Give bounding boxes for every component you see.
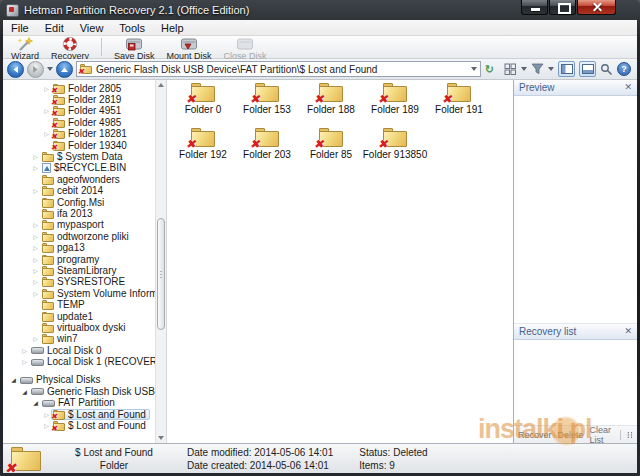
tree-item[interactable]: ▷programy: [3, 254, 155, 265]
tree-collapsed-icon[interactable]: ▷: [20, 348, 29, 354]
tree-item[interactable]: ▷System Volume Information: [3, 288, 155, 299]
tree-item[interactable]: ◢Physical Disks: [3, 375, 155, 386]
tree-item-label: SteamLibrary: [57, 266, 116, 276]
tree-item[interactable]: ▷Local Disk 1 (RECOVERY): [3, 356, 155, 367]
recover-button[interactable]: Recover: [518, 430, 552, 440]
tree-expanded-icon[interactable]: ◢: [9, 377, 18, 383]
tree-collapsed-icon[interactable]: ▷: [31, 257, 40, 263]
tree-item[interactable]: ▷odtworzone pliki: [3, 231, 155, 242]
back-button[interactable]: [7, 61, 24, 78]
menu-tools[interactable]: Tools: [111, 20, 153, 35]
tree-collapsed-icon[interactable]: ▷: [31, 234, 40, 240]
refresh-icon[interactable]: ↻: [484, 64, 495, 75]
tree-item[interactable]: ageofwonders: [3, 174, 155, 185]
minimize-button[interactable]: [521, 0, 548, 15]
menu-bar: FileEditViewToolsHelp: [3, 20, 637, 36]
folder-item[interactable]: ✖Folder 192: [171, 127, 235, 172]
view-mode-icon[interactable]: [504, 63, 517, 75]
tree-item[interactable]: ▷✖Folder 2805: [3, 83, 155, 94]
tree-expanded-icon[interactable]: ◢: [20, 389, 29, 395]
tree-collapsed-icon[interactable]: ▷: [31, 268, 40, 274]
tree-item[interactable]: ✖Folder 4985: [3, 117, 155, 128]
date-modified-label: Date modified:: [187, 447, 251, 458]
tree-item[interactable]: ▷SteamLibrary: [3, 265, 155, 276]
folder-item[interactable]: ✖Folder 85: [299, 127, 363, 172]
menu-view[interactable]: View: [72, 20, 112, 35]
tree-item[interactable]: ifa 2013: [3, 208, 155, 219]
tree-item[interactable]: ▷win7: [3, 334, 155, 345]
folder-icon: [42, 300, 54, 310]
tree-item[interactable]: update1: [3, 311, 155, 322]
recovery-list-close-icon[interactable]: ✕: [624, 327, 632, 336]
deleted-badge-icon: ✖: [378, 138, 388, 150]
tree-collapsed-icon[interactable]: ▷: [31, 336, 40, 342]
folder-item[interactable]: ✖Folder 153: [235, 82, 299, 127]
tree-item[interactable]: ◢FAT Partition: [3, 398, 155, 409]
preview-close-icon[interactable]: ✕: [624, 83, 632, 92]
close-button[interactable]: [577, 0, 616, 15]
preview-panel-body: [514, 96, 637, 324]
menu-file[interactable]: File: [3, 20, 37, 35]
tree-collapsed-icon[interactable]: ▷: [31, 222, 40, 228]
address-dropdown-icon[interactable]: [471, 67, 477, 71]
tree-item[interactable]: ▷$RECYCLE.BIN: [3, 163, 155, 174]
delete-button[interactable]: Delete: [558, 430, 584, 440]
history-dropdown-icon[interactable]: [47, 67, 53, 71]
mount-disk-button[interactable]: Mount Disk: [161, 37, 218, 61]
tree-collapsed-icon[interactable]: ▷: [31, 188, 40, 194]
list-view-options-icon[interactable]: [627, 430, 633, 440]
tree-item[interactable]: ✖Folder 2819: [3, 94, 155, 105]
menu-edit[interactable]: Edit: [37, 20, 72, 35]
scrollbar-thumb[interactable]: [157, 218, 165, 330]
tree-item[interactable]: ▷✖$ Lost and Found: [3, 409, 155, 420]
folder-item[interactable]: ✖Folder 188: [299, 82, 363, 127]
tree-collapsed-icon[interactable]: ▷: [20, 359, 29, 365]
tree-collapsed-icon[interactable]: ▷: [31, 291, 40, 297]
tree-scrollbar[interactable]: [155, 80, 166, 443]
folder-item[interactable]: ✖Folder 189: [363, 82, 427, 127]
search-icon[interactable]: [600, 63, 613, 76]
tree-item[interactable]: ▷Local Disk 0: [3, 345, 155, 356]
tree-item[interactable]: virtualbox dyski: [3, 322, 155, 333]
help-icon[interactable]: ?: [617, 62, 631, 76]
tree-item-label: pga13: [57, 243, 85, 253]
tree-item[interactable]: ▷SYSRESTORE: [3, 277, 155, 288]
toggle-tree-panel-button[interactable]: [558, 61, 575, 77]
folder-item[interactable]: ✖Folder 191: [427, 82, 491, 127]
up-button[interactable]: [56, 61, 73, 78]
tree-collapsed-icon[interactable]: ▷: [31, 245, 40, 251]
maximize-button[interactable]: [549, 0, 576, 15]
tree-collapsed-icon[interactable]: ▷: [31, 165, 40, 171]
view-mode-dropdown-icon[interactable]: [521, 67, 527, 71]
clear-list-button[interactable]: Clear List: [590, 425, 614, 445]
tree-item[interactable]: ▷✖Folder 18281: [3, 129, 155, 140]
address-input[interactable]: ✖ Generic Flash Disk USB Device\FAT Part…: [76, 61, 481, 77]
tree-item[interactable]: TEMP: [3, 299, 155, 310]
tree-item[interactable]: ▷cebit 2014: [3, 186, 155, 197]
tree-item[interactable]: ▷mypasport: [3, 220, 155, 231]
tree-item[interactable]: ▷pga13: [3, 242, 155, 253]
folder-item[interactable]: ✖Folder 0: [171, 82, 235, 127]
tree-item[interactable]: ▷✖$ Lost and Found: [3, 420, 155, 431]
tree-collapsed-icon[interactable]: ▷: [31, 154, 40, 160]
tree-panel-icon: [561, 64, 573, 74]
tree-item[interactable]: Config.Msi: [3, 197, 155, 208]
wizard-button[interactable]: Wizard: [5, 37, 45, 61]
scroll-down-icon[interactable]: [156, 433, 166, 443]
tree-item[interactable]: ▷$ System Data: [3, 151, 155, 162]
menu-help[interactable]: Help: [153, 20, 192, 35]
scroll-up-icon[interactable]: [156, 80, 166, 90]
folder-item[interactable]: ✖Folder 913850: [363, 127, 427, 172]
recovery-button[interactable]: Recovery: [45, 37, 95, 61]
folder-item[interactable]: ✖Folder 203: [235, 127, 299, 172]
tree-item[interactable]: ◢Generic Flash Disk USB Device: [3, 386, 155, 397]
tree-item-label: Folder 2819: [68, 95, 121, 105]
toggle-preview-panel-button[interactable]: [579, 61, 596, 77]
filter-dropdown-icon[interactable]: [548, 67, 554, 71]
tree-collapsed-icon[interactable]: ▷: [31, 279, 40, 285]
save-disk-button[interactable]: Save Disk: [108, 37, 161, 61]
filter-icon[interactable]: [531, 63, 544, 75]
tree-expanded-icon[interactable]: ◢: [31, 400, 40, 406]
tree-item[interactable]: ▷✖Folder 4951: [3, 106, 155, 117]
tree-item[interactable]: ✖Folder 19340: [3, 140, 155, 151]
